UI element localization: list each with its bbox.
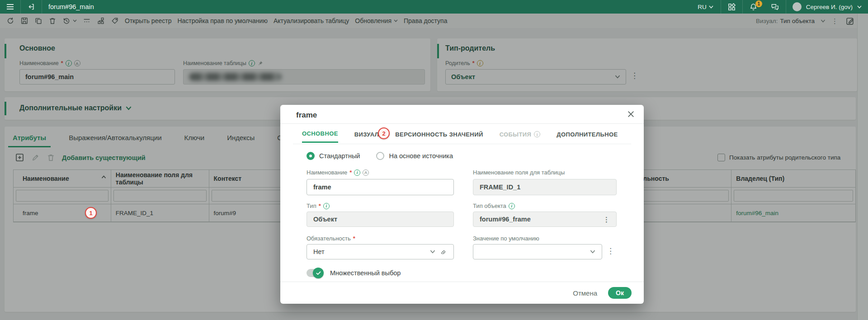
avatar xyxy=(793,2,802,11)
modal-tabs-baseline xyxy=(293,144,631,144)
modal-name-input[interactable]: frame xyxy=(307,179,454,195)
radio-unselected-icon xyxy=(376,152,384,160)
close-icon[interactable] xyxy=(627,110,635,118)
info-icon: i xyxy=(534,131,540,137)
topbar-separator xyxy=(42,0,42,14)
modal-objtype-label: Тип объекта i xyxy=(473,202,515,209)
radio-selected-icon xyxy=(307,152,315,160)
chat-icon xyxy=(770,3,779,11)
toggle-knob-check-icon xyxy=(313,268,324,278)
notifications-button[interactable]: 1 xyxy=(743,0,764,14)
ok-button[interactable]: Ок xyxy=(608,287,632,299)
annotation-badge-2: 2 xyxy=(378,127,390,139)
modal-name-label: Наименование* i A xyxy=(307,169,369,176)
modal-default-select[interactable] xyxy=(473,244,602,259)
chevron-down-icon xyxy=(590,250,595,254)
language-value: RU xyxy=(698,4,707,10)
modal-required-select[interactable]: Нет xyxy=(307,244,454,259)
modal-tabs: ОСНОВНОЕ ВИЗУАЛ ВЕРСИОННОСТЬ ЗНАЧЕНИЙ СО… xyxy=(302,130,618,143)
info-icon[interactable]: i xyxy=(354,169,360,176)
modal-field-input: FRAME_ID_1 xyxy=(473,179,617,195)
modal-type-label: Тип* i xyxy=(307,202,330,209)
hamburger-icon xyxy=(6,4,14,10)
apps-grid-icon xyxy=(727,3,736,11)
attribute-modal: frame ОСНОВНОЕ ВИЗУАЛ ВЕРСИОННОСТЬ ЗНАЧЕ… xyxy=(280,105,644,304)
localize-icon[interactable]: A xyxy=(363,169,369,176)
modal-divider xyxy=(280,123,644,124)
chevron-down-icon xyxy=(709,5,713,9)
chevron-down-icon xyxy=(430,250,435,254)
modal-title: frame xyxy=(296,111,317,120)
language-selector[interactable]: RU xyxy=(690,4,721,10)
modal-tab-main[interactable]: ОСНОВНОЕ xyxy=(302,130,338,143)
multi-select-toggle[interactable]: Множественный выбор xyxy=(307,269,401,277)
modal-tab-visual[interactable]: ВИЗУАЛ xyxy=(354,130,379,143)
apps-grid-button[interactable] xyxy=(721,0,742,14)
user-menu[interactable]: Сергеев И. (gov) xyxy=(786,0,868,14)
objtype-kebab-icon[interactable]: ⋮ xyxy=(603,216,610,223)
exit-arrow-icon xyxy=(27,3,35,11)
collapse-panel-button[interactable] xyxy=(21,0,42,14)
modal-field-label: Наименование поля для таблицы xyxy=(473,169,565,176)
radio-source-based[interactable]: На основе источника xyxy=(376,152,453,160)
modal-objtype-input: forum#96_frame ⋮ xyxy=(473,212,617,227)
annotation-badge-1: 1 xyxy=(85,207,97,219)
user-name: Сергеев И. (gov) xyxy=(806,4,853,10)
toggle-label: Множественный выбор xyxy=(330,269,401,277)
info-icon[interactable]: i xyxy=(509,203,515,209)
chevron-down-icon xyxy=(857,5,862,9)
modal-footer-divider xyxy=(280,282,644,282)
messages-button[interactable] xyxy=(764,0,786,14)
modal-required-label: Обязательность* xyxy=(307,235,355,242)
modal-tab-additional[interactable]: ДОПОЛНИТЕЛЬНОЕ xyxy=(557,130,618,143)
window-title: forum#96_main xyxy=(48,3,94,10)
modal-footer: Отмена Ок xyxy=(573,287,632,299)
radio-standard[interactable]: Стандартный xyxy=(307,152,360,160)
default-kebab-icon[interactable]: ⋮ xyxy=(607,247,614,255)
cancel-button[interactable]: Отмена xyxy=(573,289,597,297)
modal-default-label: Значение по умолчанию xyxy=(473,235,539,242)
top-bar: forum#96_main RU 1 Сергеев И. (gov) xyxy=(0,0,868,14)
attribute-kind-radios: Стандартный На основе источника xyxy=(307,152,453,160)
toggle-track xyxy=(307,269,323,277)
modal-type-input: Объект xyxy=(307,212,454,227)
modal-tab-versioning[interactable]: ВЕРСИОННОСТЬ ЗНАЧЕНИЙ xyxy=(395,130,483,143)
modal-tab-events[interactable]: СОБЫТИЯ i xyxy=(500,130,541,143)
info-icon[interactable]: i xyxy=(323,203,330,209)
eraser-icon[interactable] xyxy=(440,248,447,255)
hamburger-menu-button[interactable] xyxy=(0,0,20,14)
notifications-badge: 1 xyxy=(755,0,762,7)
